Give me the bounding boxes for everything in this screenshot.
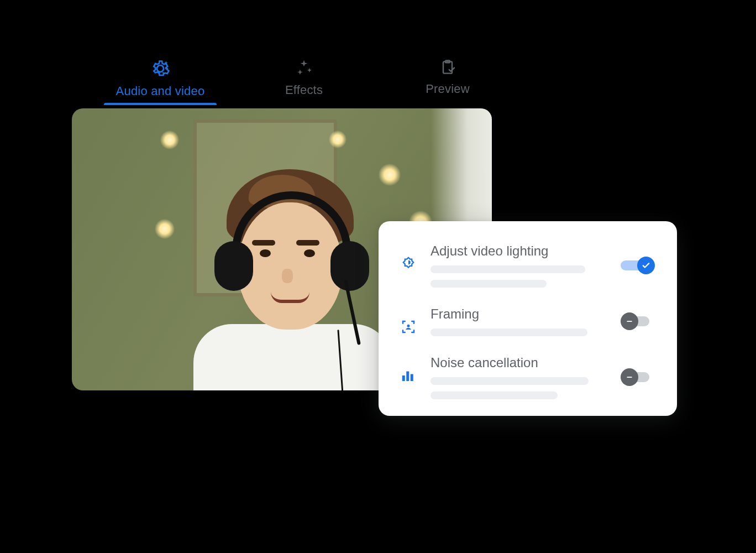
tab-label: Effects bbox=[285, 83, 323, 97]
toggle-noise-cancellation[interactable] bbox=[621, 368, 655, 386]
svg-rect-5 bbox=[406, 372, 409, 382]
tab-label: Preview bbox=[426, 82, 470, 96]
equalizer-icon bbox=[398, 355, 418, 384]
check-icon bbox=[637, 257, 655, 274]
minus-icon bbox=[621, 312, 638, 330]
minus-icon bbox=[621, 368, 638, 386]
svg-rect-6 bbox=[411, 374, 413, 382]
svg-point-2 bbox=[407, 325, 410, 327]
toggle-framing[interactable] bbox=[621, 312, 655, 330]
skeleton-line bbox=[431, 377, 589, 385]
gear-sparkle-icon bbox=[150, 59, 170, 79]
svg-rect-4 bbox=[402, 375, 405, 381]
framing-person-icon bbox=[398, 306, 418, 335]
tab-preview[interactable]: Preview bbox=[376, 55, 519, 104]
skeleton-line bbox=[431, 265, 585, 273]
sparkles-icon bbox=[295, 59, 313, 77]
tab-effects[interactable]: Effects bbox=[232, 55, 376, 104]
svg-rect-3 bbox=[627, 321, 632, 322]
tab-audio-and-video[interactable]: Audio and video bbox=[88, 55, 232, 104]
setting-title: Noise cancellation bbox=[431, 355, 608, 371]
skeleton-line bbox=[431, 392, 558, 399]
audio-video-settings-panel: Adjust video lighting Framing bbox=[379, 221, 677, 416]
svg-rect-7 bbox=[627, 377, 632, 378]
toggle-lighting[interactable] bbox=[621, 257, 655, 274]
setting-title: Adjust video lighting bbox=[431, 243, 608, 259]
setting-title: Framing bbox=[431, 306, 608, 322]
skeleton-line bbox=[431, 280, 547, 288]
brightness-icon bbox=[398, 243, 418, 272]
clipboard-check-icon bbox=[439, 59, 456, 76]
tab-label: Audio and video bbox=[116, 84, 205, 98]
setting-row-framing: Framing bbox=[398, 306, 655, 336]
setting-row-noise-cancellation: Noise cancellation bbox=[398, 355, 655, 399]
skeleton-line bbox=[431, 328, 587, 336]
tabs-bar: Audio and video Effects Preview bbox=[72, 55, 674, 104]
setting-row-lighting: Adjust video lighting bbox=[398, 243, 655, 288]
